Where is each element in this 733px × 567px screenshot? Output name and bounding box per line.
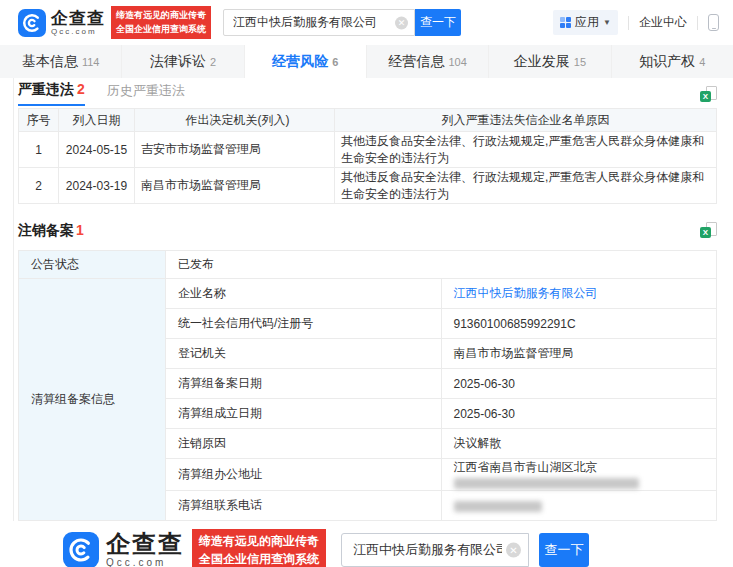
header-search: ✕ 查一下 (223, 9, 461, 36)
field-value: 南昌市市场监督管理局 (441, 339, 717, 369)
enterprise-center-link[interactable]: 企业中心 (639, 14, 687, 31)
footer-search-bar: 企查查 Qcc.com 缔造有远见的商业传奇 全国企业信用查询系统 ✕ 查一下 (0, 522, 733, 567)
cell-reason: 其他违反食品安全法律、行政法规规定,严重危害人民群众身体健康和生命安全的违法行为 (335, 168, 717, 204)
header-search-input[interactable] (223, 9, 415, 36)
footer-search-input[interactable] (341, 533, 529, 567)
table-row: 1 2024-05-15 吉安市市场监督管理局 其他违反食品安全法律、行政法规规… (19, 132, 717, 168)
field-label: 公告状态 (19, 251, 166, 279)
field-value: 已发布 (166, 251, 717, 279)
tab-serious-violations[interactable]: 严重违法2 (18, 81, 85, 106)
col-header-authority: 作出决定机关(列入) (135, 109, 335, 132)
col-header-reason: 列入严重违法失信企业名单原因 (335, 109, 717, 132)
cell-index: 1 (19, 132, 59, 168)
qcc-logo-footer[interactable]: 企查查 Qcc.com 缔造有远见的商业传奇 全国企业信用查询系统 (63, 529, 326, 567)
brand-domain: Qcc.com (106, 558, 184, 567)
apps-grid-icon (560, 17, 571, 28)
field-label: 清算组联系电话 (166, 491, 442, 521)
apps-menu[interactable]: 应用 ▼ (553, 10, 618, 35)
brand-name: 企查查 (51, 10, 105, 27)
field-value: 江西省南昌市青山湖区北京 (441, 459, 717, 491)
cell-index: 2 (19, 168, 59, 204)
brand-slogan: 缔造有远见的商业传奇 全国企业信用查询系统 (192, 529, 326, 567)
chevron-down-icon: ▼ (603, 18, 611, 27)
table-header-row: 序号 列入日期 作出决定机关(列入) 列入严重违法失信企业名单原因 (19, 109, 717, 132)
clear-search-icon[interactable]: ✕ (395, 16, 408, 29)
brand-name: 企查查 (106, 532, 184, 556)
main-content: 严重违法2 历史严重违法 X 序号 列入日期 作出决定机关(列入) 列入严重违法… (13, 78, 733, 521)
serious-violations-table: 序号 列入日期 作出决定机关(列入) 列入严重违法失信企业名单原因 1 2024… (18, 108, 717, 204)
redacted-phone (454, 501, 542, 512)
field-label: 清算组成立日期 (166, 399, 442, 429)
field-label: 清算组办公地址 (166, 459, 442, 491)
field-value: 决议解散 (441, 429, 717, 459)
qcc-logo-icon (18, 9, 46, 37)
brand-slogan: 缔造有远见的商业传奇 全国企业信用查询系统 (111, 6, 211, 38)
clear-search-icon[interactable]: ✕ (506, 542, 521, 557)
tab-intellectual-property[interactable]: 知识产权4 (612, 45, 733, 78)
tab-enterprise-development[interactable]: 企业发展15 (489, 45, 611, 78)
cell-authority: 吉安市市场监督管理局 (135, 132, 335, 168)
cell-date: 2024-05-15 (59, 132, 135, 168)
cell-authority: 南昌市市场监督管理局 (135, 168, 335, 204)
field-label: 登记机关 (166, 339, 442, 369)
footer-search-button[interactable]: 查一下 (539, 533, 589, 567)
group-label: 清算组备案信息 (19, 279, 166, 521)
tab-operating-risk[interactable]: 经营风险6 (245, 45, 367, 78)
tab-operating-info[interactable]: 经营信息104 (367, 45, 489, 78)
top-header: 企查查 Qcc.com 缔造有远见的商业传奇 全国企业信用查询系统 ✕ 查一下 … (0, 0, 733, 45)
divider (697, 16, 698, 30)
cell-reason: 其他违反食品安全法律、行政法规规定,严重危害人民群众身体健康和生命安全的违法行为 (335, 132, 717, 168)
table-row: 公告状态 已发布 (19, 251, 717, 279)
redacted-address (454, 478, 639, 489)
field-value (441, 491, 717, 521)
tab-history-serious-violations[interactable]: 历史严重违法 (107, 82, 185, 106)
tab-basic-info[interactable]: 基本信息114 (0, 45, 122, 78)
brand-domain: Qcc.com (51, 28, 105, 36)
qcc-logo[interactable]: 企查查 Qcc.com 缔造有远见的商业传奇 全国企业信用查询系统 (18, 6, 211, 38)
tab-legal-litigation[interactable]: 法律诉讼2 (122, 45, 244, 78)
apps-label: 应用 (575, 14, 599, 31)
company-name-link[interactable]: 江西中快后勤服务有限公司 (454, 286, 598, 300)
table-row: 2 2024-03-19 南昌市市场监督管理局 其他违反食品安全法律、行政法规规… (19, 168, 717, 204)
export-excel-icon[interactable]: X (700, 222, 717, 238)
field-label: 企业名称 (166, 279, 442, 309)
field-value: 91360100685992291C (441, 309, 717, 339)
field-label: 统一社会信用代码/注册号 (166, 309, 442, 339)
footer-search: ✕ 查一下 (341, 533, 589, 567)
company-nav-tabs: 基本信息114 法律诉讼2 经营风险6 经营信息104 企业发展15 知识产权4 (0, 45, 733, 78)
qcc-logo-icon (63, 532, 99, 567)
field-label: 注销原因 (166, 429, 442, 459)
cancellation-filing-table: 公告状态 已发布 清算组备案信息 企业名称 江西中快后勤服务有限公司 统一社会信… (18, 250, 717, 521)
divider (628, 16, 629, 30)
col-header-index: 序号 (19, 109, 59, 132)
header-search-button[interactable]: 查一下 (415, 9, 461, 36)
export-excel-icon[interactable]: X (700, 86, 717, 102)
field-value: 2025-06-30 (441, 399, 717, 429)
table-row: 清算组备案信息 企业名称 江西中快后勤服务有限公司 (19, 279, 717, 309)
mobile-app-icon[interactable] (708, 14, 719, 31)
field-value: 江西中快后勤服务有限公司 (441, 279, 717, 309)
field-label: 清算组备案日期 (166, 369, 442, 399)
col-header-date: 列入日期 (59, 109, 135, 132)
cancellation-filing-title: 注销备案1 (18, 222, 84, 240)
cell-date: 2024-03-19 (59, 168, 135, 204)
field-value: 2025-06-30 (441, 369, 717, 399)
